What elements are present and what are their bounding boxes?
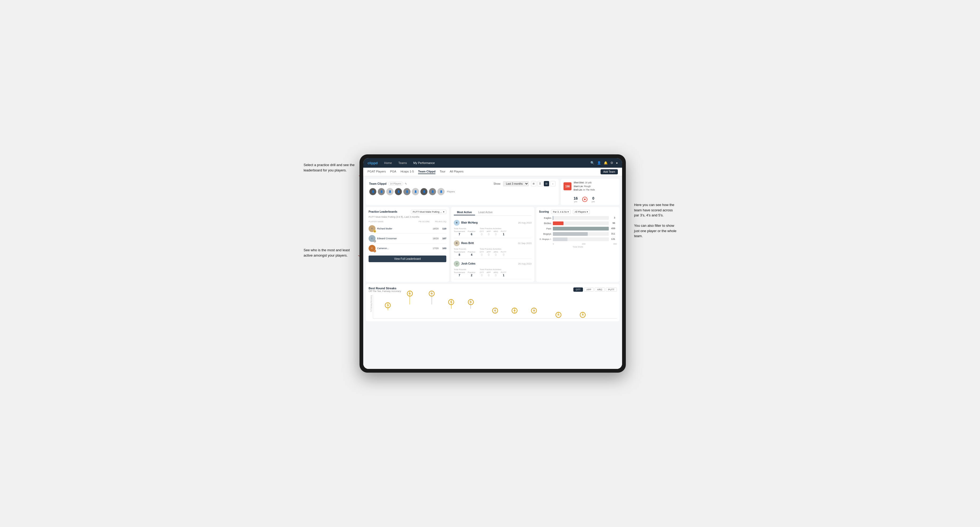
bogeys-label: Bogeys — [539, 233, 551, 235]
annotation-tl-text: Select a practice drill and see the lead… — [304, 163, 355, 172]
arg-val-1: 0 — [493, 233, 498, 236]
avatar-4: 👤 — [395, 188, 402, 195]
pa-name-2: Rees Britt — [461, 242, 474, 244]
lb-score-3: 17/20 — [433, 247, 439, 250]
total-practice-group-1: Total Practice Activities OTT 0 APP — [480, 227, 506, 236]
bell-icon[interactable]: 🔔 — [604, 161, 608, 165]
pa-stats-3: Total Rounds Tournament 7 Practice — [454, 268, 531, 277]
lb-col-score: PB SCORE — [418, 221, 430, 223]
streak-chart: 7x 6x 6x — [373, 295, 617, 319]
bubble-4x-1: 4x — [495, 308, 495, 313]
bar-eagles: Eagles 3 — [539, 216, 609, 220]
tab-least-active[interactable]: Least Active — [475, 210, 496, 215]
lb-dropdown[interactable]: PUTT Must Make Putting ... ▾ — [411, 210, 446, 214]
pa-avatar-2: R — [454, 240, 460, 246]
eagles-value: 3 — [614, 216, 615, 219]
three-cols: Practice Leaderboards PUTT Must Make Put… — [366, 207, 619, 282]
app-val-1: 0 — [487, 233, 491, 236]
practice-val-1: 6 — [468, 233, 476, 236]
total-practice-label-1: Total Practice Activities — [480, 227, 506, 230]
scoring-filter-par[interactable]: Par 3, 4 & 5s ▾ — [551, 210, 571, 214]
total-rounds-group-1: Total Rounds Tournament 7 Practice — [454, 227, 476, 236]
practice-label-1: Practice — [468, 230, 476, 233]
players-label: Players — [447, 190, 455, 193]
navbar-links: Home Teams My Performance — [383, 161, 590, 165]
annotation-top-left: Select a practice drill and see the lead… — [304, 162, 357, 173]
navbar-brand: clippd — [368, 161, 378, 165]
yards-1: 16 yds — [574, 196, 578, 203]
subnav-tour[interactable]: Tour — [440, 170, 445, 174]
streak-bubble-4x-3: 4x — [531, 308, 537, 314]
card-icon[interactable]: ⊟ — [544, 181, 549, 186]
sort-icon[interactable]: ↕ — [550, 181, 555, 186]
streak-bubble-3x-1: 3x — [555, 312, 562, 318]
grid-icon[interactable]: ⊞ — [531, 181, 536, 186]
subnav: PGAT Players PGA Hcaps 1-5 Team Clippd T… — [363, 168, 622, 176]
avatar-6: 👤 — [412, 188, 419, 195]
lb-title: Practice Leaderboards — [369, 210, 397, 213]
start-lie-val: Rough — [584, 185, 591, 187]
lb-name-2: Edward Crossman — [377, 237, 431, 240]
subnav-pga[interactable]: PGA — [390, 170, 396, 174]
end-lie-val: In The Hole — [583, 189, 595, 191]
subnav-team[interactable]: Team Clippd — [418, 170, 435, 174]
birdies-label: Birdies — [539, 222, 551, 225]
scoring-filter-players[interactable]: All Players ▾ — [573, 210, 590, 214]
add-team-button[interactable]: Add Team — [600, 169, 618, 174]
person-icon[interactable]: 👤 — [597, 161, 601, 165]
subnav-links: PGAT Players PGA Hcaps 1-5 Team Clippd T… — [368, 170, 600, 174]
bar-birdies: Birdies 96 — [539, 221, 609, 225]
chevron-down-icon: ▾ — [443, 211, 444, 213]
avatar-1: 👤 — [369, 188, 377, 195]
nav-teams[interactable]: Teams — [397, 161, 408, 165]
tab-ott[interactable]: OTT — [573, 287, 583, 292]
practice-val-3: 2 — [468, 274, 476, 277]
pa-stats-1: Total Rounds Tournament 7 Practice — [454, 227, 531, 236]
total-rounds-label-3: Total Rounds — [454, 268, 476, 271]
activity-tabs: Most Active Least Active — [454, 210, 531, 216]
start-lie-label: Start Lie: — [574, 185, 584, 187]
ott-label-1: OTT — [480, 230, 484, 233]
edit-team-icon[interactable]: ✎ — [405, 182, 407, 185]
bubble-5x-2: 5x — [471, 299, 471, 309]
search-icon[interactable]: 🔍 — [590, 161, 594, 165]
streak-bubble-5x-1: 5x — [448, 299, 454, 305]
shot-dist-val: 16 yds — [585, 181, 592, 184]
end-lie-label: End Lie: — [574, 189, 583, 191]
total-practice-label-3: Total Practice Activities — [480, 268, 506, 271]
pa-stats-2: Total Rounds Tournament 8 Practice — [454, 248, 531, 256]
user-avatar-icon[interactable]: ● — [616, 161, 618, 165]
streak-bubble-6x-1: 6x — [407, 290, 413, 297]
lb-subtitle: PUTT Must Make Putting (3-6 ft), Last 3 … — [369, 216, 446, 218]
tab-most-active[interactable]: Most Active — [454, 210, 475, 215]
subnav-pgat[interactable]: PGAT Players — [368, 170, 386, 174]
lb-row-3: C 3 Cameron... 17/20 103 — [369, 243, 446, 253]
putt-val-2: 0 — [501, 253, 506, 256]
x-label-400: 400 — [613, 243, 617, 245]
nav-performance[interactable]: My Performance — [412, 161, 436, 165]
bar-pars: Pars 499 — [539, 227, 609, 230]
nav-home[interactable]: Home — [383, 161, 393, 165]
annotation-tr-text1: Here you can see how the — [634, 203, 674, 207]
eagles-label: Eagles — [539, 217, 551, 219]
subnav-all-players[interactable]: All Players — [450, 170, 464, 174]
annotation-bl-text: See who is the most and least active amo… — [304, 248, 350, 257]
streak-bubble-6x-2: 6x — [429, 290, 434, 297]
tab-putt[interactable]: PUTT — [606, 287, 617, 292]
settings-icon[interactable]: ⚙ — [610, 161, 613, 165]
show-select[interactable]: Last 3 months Last 6 months Last year — [503, 181, 529, 186]
tab-arg[interactable]: ARG — [595, 287, 605, 292]
ott-val-2: 0 — [480, 253, 484, 256]
streak-bubble-5x-2: 5x — [468, 299, 474, 305]
streaks-tabs: OTT APP ARG PUTT — [573, 287, 617, 292]
list-icon[interactable]: ☰ — [538, 181, 543, 186]
lb-score-1: 19/20 — [433, 227, 439, 230]
view-full-leaderboard-button[interactable]: View Full Leaderboard — [369, 256, 446, 262]
lb-avg-2: 107 — [442, 237, 446, 240]
streaks-header: Best Round Streaks Off The Tee, Fairway … — [369, 287, 617, 292]
subnav-hcaps[interactable]: Hcaps 1-5 — [401, 170, 414, 174]
total-rounds-label-2: Total Rounds — [454, 248, 476, 250]
tab-app[interactable]: APP — [584, 287, 593, 292]
activity-card: Most Active Least Active B Blair McHarg … — [451, 207, 534, 282]
lb-badge-silver: 2 — [373, 240, 376, 243]
